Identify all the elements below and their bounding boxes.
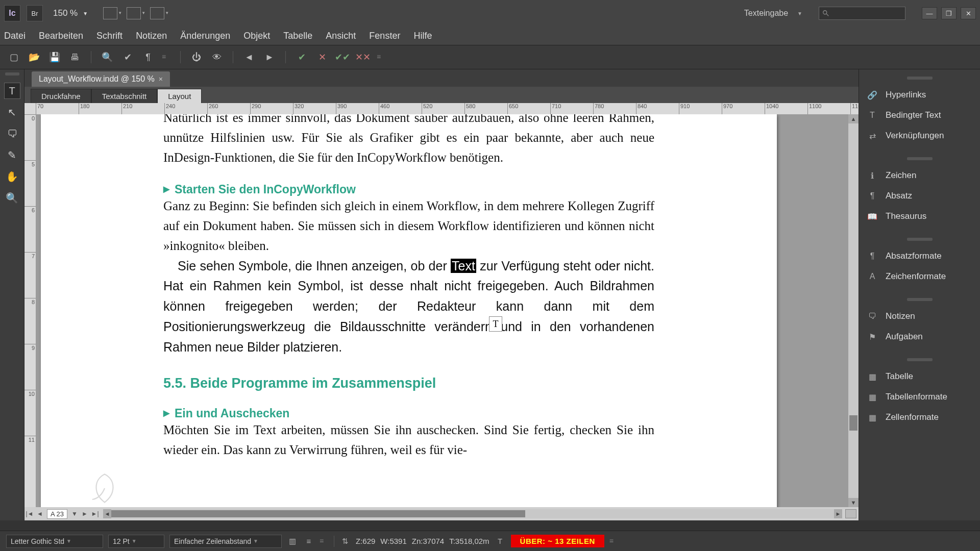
view-options-button[interactable]: [103, 7, 117, 19]
panel-thesaurus[interactable]: 📖Thesaurus: [859, 206, 980, 227]
arrange-documents-button[interactable]: [150, 7, 164, 19]
panel-aufgaben[interactable]: ⚑Aufgaben: [859, 327, 980, 347]
hand-tool[interactable]: ✋: [4, 168, 20, 185]
scroll-thumb[interactable]: [111, 510, 525, 517]
next-icon[interactable]: ►: [263, 51, 276, 64]
document-tab[interactable]: Layout_Workflow.indd @ 150 % ×: [32, 71, 170, 87]
panel-handle-icon[interactable]: [5, 72, 19, 76]
prev-icon[interactable]: ◄: [242, 51, 256, 64]
accept-all-icon[interactable]: ✔✔: [336, 51, 349, 64]
menu-objekt[interactable]: Objekt: [243, 31, 270, 41]
toolbar-more-icon[interactable]: ≡: [162, 53, 171, 62]
menu-datei[interactable]: Datei: [4, 31, 26, 41]
vertical-scrollbar[interactable]: ▲ ▼: [848, 114, 859, 507]
close-tab-icon[interactable]: ×: [159, 75, 163, 83]
panel-notizen[interactable]: 🗨Notizen: [859, 306, 980, 327]
font-size-field[interactable]: 12 Pt▼: [108, 535, 164, 548]
font-family-field[interactable]: Letter Gothic Std▼: [6, 535, 103, 548]
workspace-switcher[interactable]: Texteingabe: [744, 9, 788, 18]
zoom-tool[interactable]: 🔍: [4, 190, 20, 206]
screen-mode-button[interactable]: [127, 7, 141, 19]
overset-warning[interactable]: ÜBER: ~ 13 ZEILEN: [511, 535, 604, 547]
scroll-thumb[interactable]: [849, 415, 857, 431]
menu-notizen[interactable]: Notizen: [136, 31, 167, 41]
menu-bearbeiten[interactable]: Bearbeiten: [39, 31, 83, 41]
panel-handle-icon[interactable]: [907, 358, 933, 361]
minimize-button[interactable]: —: [922, 7, 937, 19]
panel-zeichen[interactable]: ℹZeichen: [859, 165, 980, 186]
leading-field[interactable]: Einfacher Zeilenabstand▼: [169, 535, 282, 548]
zoom-dropdown[interactable]: 150 % ▼: [49, 5, 92, 21]
panel-absatzformate[interactable]: ¶Absatzformate: [859, 246, 980, 266]
menu-tabelle[interactable]: Tabelle: [283, 31, 312, 41]
heading-3[interactable]: ▶Ein und Auschecken: [163, 407, 654, 420]
last-page-button[interactable]: ►|: [90, 510, 100, 517]
maximize-button[interactable]: ❐: [941, 7, 957, 19]
panel-zeichenformate[interactable]: AZeichenformate: [859, 266, 980, 287]
document-canvas[interactable]: Natürlich ist es immer sinnvoll, das Dok…: [36, 114, 848, 507]
toolbar-more-icon[interactable]: ≡: [377, 53, 386, 62]
note-tool[interactable]: 🗨: [4, 126, 20, 142]
horizontal-scrollbar[interactable]: ◄ ►: [103, 509, 842, 518]
selected-text[interactable]: Text: [451, 259, 476, 273]
panel-handle-icon[interactable]: [907, 157, 933, 160]
menu-ansicht[interactable]: Ansicht: [326, 31, 356, 41]
type-tool[interactable]: T: [4, 83, 20, 99]
view-tab-druckfahne[interactable]: Druckfahne: [31, 89, 91, 103]
hidden-chars-icon[interactable]: ¶: [141, 51, 155, 64]
panel-tabelle[interactable]: ▦Tabelle: [859, 366, 980, 387]
body-paragraph[interactable]: Ganz zu Beginn: Sie befinden sich gleich…: [163, 196, 654, 256]
scroll-down-icon[interactable]: ▼: [848, 498, 859, 507]
bridge-button[interactable]: Br: [27, 5, 43, 21]
menu-fenster[interactable]: Fenster: [369, 31, 400, 41]
find-icon[interactable]: 🔍: [101, 51, 114, 64]
status-more-icon[interactable]: ≡: [609, 537, 619, 546]
body-paragraph[interactable]: Möchten Sie im Text arbeiten, müssen Sie…: [163, 420, 654, 460]
accept-icon[interactable]: ✔: [295, 51, 308, 64]
panel-handle-icon[interactable]: [907, 77, 933, 80]
body-paragraph[interactable]: Natürlich ist es immer sinnvoll, das Dok…: [163, 114, 654, 167]
panel-tabellenformate[interactable]: ▦Tabellenformate: [859, 387, 980, 407]
scroll-left-icon[interactable]: ◄: [103, 509, 111, 518]
body-paragraph[interactable]: Sie sehen Symbole, die Ihnen anzeigen, o…: [163, 256, 654, 358]
panel-zellenformate[interactable]: ▦Zellenformate: [859, 407, 980, 428]
columns-icon[interactable]: ▥: [287, 536, 298, 547]
panel-absatz[interactable]: ¶Absatz: [859, 186, 980, 206]
preview-icon[interactable]: 👁: [210, 51, 224, 64]
new-icon[interactable]: ▢: [7, 51, 20, 64]
page-number-field[interactable]: A 23: [47, 509, 67, 519]
power-icon[interactable]: ⏻: [190, 51, 203, 64]
print-icon[interactable]: 🖶: [68, 51, 82, 64]
close-button[interactable]: ✕: [961, 7, 976, 19]
panel-handle-icon[interactable]: [907, 238, 933, 241]
eyedropper-tool[interactable]: ✎: [4, 147, 20, 163]
next-page-button[interactable]: ►: [80, 510, 90, 517]
view-tab-textabschnitt[interactable]: Textabschnitt: [91, 89, 158, 103]
heading-2[interactable]: 5.5. Beide Programme im Zusammenspiel: [163, 375, 654, 391]
page: Natürlich ist es immer sinnvoll, das Dok…: [41, 114, 777, 507]
panel-hyperlinks[interactable]: 🔗Hyperlinks: [859, 85, 980, 105]
panel-handle-icon[interactable]: [907, 298, 933, 301]
scroll-up-icon[interactable]: ▲: [848, 114, 859, 123]
page-dropdown-icon[interactable]: ▼: [69, 510, 80, 517]
align-icon[interactable]: ≡: [303, 536, 314, 547]
reject-all-icon[interactable]: ✕✕: [356, 51, 370, 64]
scroll-right-icon[interactable]: ►: [834, 509, 842, 518]
view-tab-layout[interactable]: Layout: [157, 89, 202, 103]
panel-bedingter-text[interactable]: TBedingter Text: [859, 105, 980, 126]
split-view-button[interactable]: [845, 509, 856, 518]
reject-icon[interactable]: ✕: [315, 51, 329, 64]
menu-schrift[interactable]: Schrift: [96, 31, 122, 41]
menu-änderungen[interactable]: Änderungen: [180, 31, 230, 41]
search-input[interactable]: [819, 7, 905, 20]
save-icon[interactable]: 💾: [48, 51, 61, 64]
position-tool[interactable]: ↖: [4, 104, 20, 120]
heading-3[interactable]: ▶Starten Sie den InCopyWorkflow: [163, 183, 654, 196]
menu-hilfe[interactable]: Hilfe: [413, 31, 432, 41]
prev-page-button[interactable]: ◄: [35, 510, 45, 517]
status-more-icon[interactable]: ≡: [320, 537, 329, 546]
panel-verknüpfungen[interactable]: ⇄Verknüpfungen: [859, 126, 980, 146]
first-page-button[interactable]: |◄: [24, 510, 35, 517]
spellcheck-icon[interactable]: ✔: [121, 51, 134, 64]
open-icon[interactable]: 📂: [28, 51, 41, 64]
